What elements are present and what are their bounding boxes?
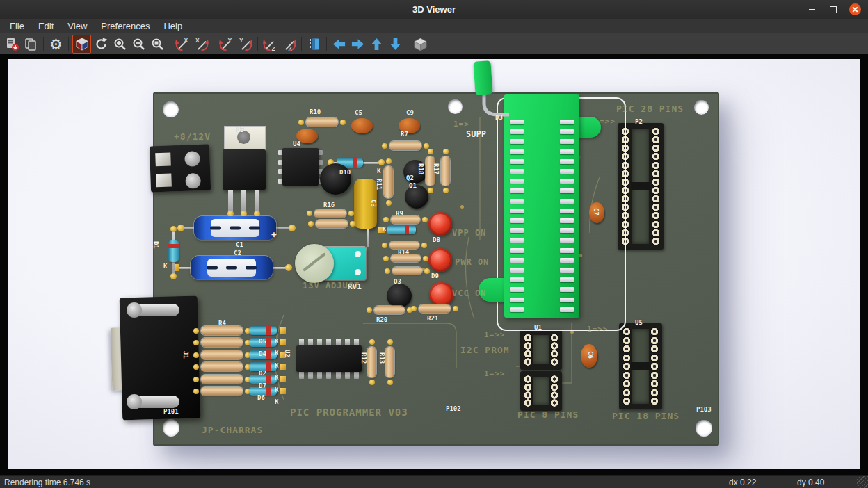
socket-pin-hole	[652, 178, 660, 186]
rotate-x-neg-icon[interactable]: X	[174, 35, 191, 53]
socket-pin-hole	[550, 375, 558, 383]
rotate-z-neg-icon[interactable]: Z	[262, 35, 279, 53]
resistor-row	[201, 375, 243, 384]
socket-pin-hole	[622, 354, 631, 362]
refresh-view-icon[interactable]	[93, 35, 110, 53]
minimize-button[interactable]	[806, 3, 818, 15]
zif-contact	[560, 287, 574, 292]
pan-up-icon[interactable]	[368, 35, 385, 53]
menu-edit[interactable]: Edit	[31, 21, 61, 31]
capacitor-c2	[191, 256, 273, 279]
voltage-regulator-u3	[221, 123, 267, 215]
capacitor-yellow	[354, 179, 377, 229]
resistor-row	[201, 362, 243, 371]
resistor-r5	[391, 254, 421, 262]
capacitor-c1	[194, 216, 276, 240]
zif-contact	[510, 228, 524, 233]
3d-canvas[interactable]: U3R10C5C9R7U4D10KQ2Q1R18R17R11C3R16R9KR1…	[8, 59, 860, 469]
mounting-hole	[163, 101, 179, 117]
solder-pad	[280, 376, 286, 382]
diode-d6	[249, 387, 277, 396]
terminal-clamp	[155, 152, 171, 166]
menu-bar: FileEditViewPreferencesHelp	[0, 19, 868, 33]
zif-contact	[510, 238, 524, 243]
diode-d2	[249, 362, 277, 371]
zif-contact	[560, 209, 574, 213]
copy-image-icon[interactable]	[22, 35, 40, 53]
resistor-r21	[419, 304, 451, 313]
rotate-y-neg-icon[interactable]: Y	[218, 35, 235, 53]
socket-pin-hole	[650, 362, 659, 371]
render-current-view-icon[interactable]	[72, 35, 91, 54]
socket-pin-hole	[652, 161, 660, 170]
pan-down-icon[interactable]	[387, 35, 404, 53]
capacitor-c5	[351, 118, 373, 133]
zif-contact	[510, 139, 524, 144]
zoom-in-icon[interactable]	[111, 35, 129, 53]
socket-pin-hole	[650, 354, 659, 362]
zif-contact	[560, 188, 574, 193]
resistor-row	[201, 338, 243, 347]
zoom-fit-icon[interactable]	[149, 35, 166, 53]
socket-pin-hole	[652, 237, 660, 245]
pan-right-icon[interactable]	[349, 35, 367, 53]
resize-grip[interactable]	[857, 476, 868, 488]
socket-pin-hole	[650, 380, 659, 388]
rotate-y-pos-icon[interactable]: Y	[236, 35, 254, 53]
menu-help[interactable]: Help	[156, 21, 189, 31]
menu-file[interactable]: File	[3, 21, 31, 31]
rotate-x-pos-icon[interactable]: X	[193, 35, 210, 53]
solder-pad	[170, 273, 177, 279]
socket-pin-hole	[622, 327, 631, 336]
solder-pad	[280, 388, 286, 394]
socket-pin-hole	[650, 389, 659, 397]
transistor-q2	[403, 160, 427, 184]
socket-pin-hole	[524, 383, 532, 391]
title-bar[interactable]: 3D Viewer ✕	[0, 0, 868, 19]
zoom-out-icon[interactable]	[130, 35, 147, 53]
capacitor-c6	[581, 344, 597, 368]
socket-pin-hole	[524, 375, 532, 383]
socket-pin-hole	[550, 334, 558, 342]
menu-view[interactable]: View	[61, 21, 94, 31]
zif-socket	[504, 94, 579, 318]
solder-pad	[280, 327, 286, 334]
socket-pin-hole	[650, 371, 659, 380]
close-button[interactable]: ✕	[849, 3, 861, 15]
socket-pin-hole	[550, 391, 558, 399]
socket-pin-hole	[550, 342, 558, 350]
socket-pin-hole	[652, 195, 660, 203]
socket-pin-hole	[550, 383, 558, 391]
export-image-icon[interactable]	[3, 35, 21, 53]
zif-contact	[560, 179, 574, 184]
menu-preferences[interactable]: Preferences	[94, 21, 156, 31]
diode-d7	[249, 375, 277, 384]
toolbar-separator	[43, 37, 44, 51]
terminal-block	[150, 145, 211, 193]
maximize-button[interactable]	[827, 3, 839, 15]
pan-left-icon[interactable]	[330, 35, 348, 53]
window-title: 3D Viewer	[0, 4, 868, 15]
zif-contact	[510, 277, 524, 282]
settings-gear-icon[interactable]: ⚙	[47, 35, 65, 53]
zif-contact	[510, 258, 524, 263]
mounting-hole	[696, 420, 712, 437]
socket-pin-hole	[622, 362, 631, 371]
toolbar-separator	[68, 37, 69, 51]
zif-contact	[510, 248, 524, 253]
socket-pin-hole	[652, 186, 660, 195]
dip8-socket-u1	[520, 330, 562, 370]
zif-contact	[510, 268, 524, 273]
socket-pin-hole	[524, 358, 532, 366]
zif-contact	[560, 248, 574, 253]
socket-pin-hole	[652, 170, 660, 178]
socket-pin-hole	[650, 345, 659, 353]
svg-text:Y: Y	[227, 37, 232, 44]
orthographic-view-icon[interactable]	[412, 35, 429, 53]
pcb-board: U3R10C5C9R7U4D10KQ2Q1R18R17R11C3R16R9KR1…	[153, 92, 719, 446]
status-dx: dx 0.22	[729, 478, 756, 487]
resistor-r10	[306, 117, 338, 127]
move-board-icon[interactable]	[305, 35, 323, 53]
resistor-row	[201, 350, 243, 359]
rotate-z-pos-icon[interactable]: Z	[280, 35, 298, 53]
